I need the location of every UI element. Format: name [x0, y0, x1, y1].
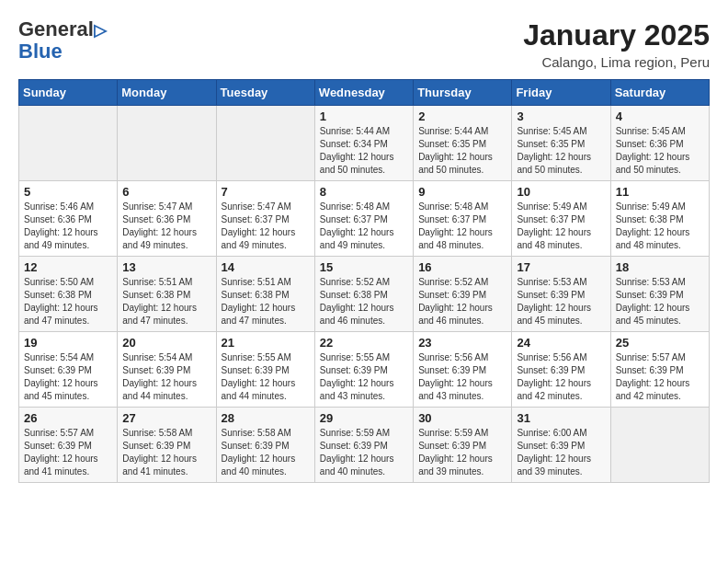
- day-number: 2: [418, 109, 506, 123]
- day-info: Sunrise: 5:57 AM Sunset: 6:39 PM Dayligh…: [24, 427, 112, 478]
- calendar-cell: 26Sunrise: 5:57 AM Sunset: 6:39 PM Dayli…: [19, 408, 118, 483]
- day-info: Sunrise: 5:52 AM Sunset: 6:38 PM Dayligh…: [320, 276, 408, 327]
- day-number: 1: [320, 109, 408, 123]
- calendar-cell: 6Sunrise: 5:47 AM Sunset: 6:36 PM Daylig…: [118, 181, 216, 257]
- day-number: 6: [122, 185, 210, 199]
- logo-blue: Blue: [18, 40, 63, 63]
- page-header: General▷ Blue January 2025 Calango, Lima…: [18, 18, 710, 70]
- calendar-title: January 2025: [523, 18, 710, 52]
- day-number: 30: [418, 411, 506, 425]
- calendar-table: SundayMondayTuesdayWednesdayThursdayFrid…: [18, 79, 710, 483]
- calendar-week-3: 12Sunrise: 5:50 AM Sunset: 6:38 PM Dayli…: [19, 257, 710, 332]
- calendar-cell: [118, 106, 216, 181]
- day-number: 12: [24, 260, 112, 274]
- calendar-cell: 3Sunrise: 5:45 AM Sunset: 6:35 PM Daylig…: [512, 106, 610, 181]
- day-number: 17: [517, 260, 605, 274]
- calendar-week-4: 19Sunrise: 5:54 AM Sunset: 6:39 PM Dayli…: [19, 332, 710, 408]
- calendar-cell: [610, 408, 709, 483]
- day-info: Sunrise: 5:44 AM Sunset: 6:35 PM Dayligh…: [418, 125, 506, 177]
- calendar-week-5: 26Sunrise: 5:57 AM Sunset: 6:39 PM Dayli…: [19, 408, 710, 483]
- day-info: Sunrise: 5:56 AM Sunset: 6:39 PM Dayligh…: [418, 351, 506, 403]
- day-number: 3: [517, 109, 605, 123]
- calendar-cell: 1Sunrise: 5:44 AM Sunset: 6:34 PM Daylig…: [314, 106, 413, 181]
- day-number: 26: [24, 411, 112, 425]
- day-number: 19: [24, 336, 112, 350]
- day-number: 4: [616, 109, 704, 123]
- calendar-cell: 2Sunrise: 5:44 AM Sunset: 6:35 PM Daylig…: [414, 106, 512, 181]
- weekday-header-sunday: Sunday: [19, 80, 118, 106]
- calendar-cell: 28Sunrise: 5:58 AM Sunset: 6:39 PM Dayli…: [216, 408, 314, 483]
- calendar-cell: 24Sunrise: 5:56 AM Sunset: 6:39 PM Dayli…: [512, 332, 610, 408]
- calendar-cell: 27Sunrise: 5:58 AM Sunset: 6:39 PM Dayli…: [118, 408, 216, 483]
- day-number: 31: [517, 411, 605, 425]
- weekday-header-wednesday: Wednesday: [314, 80, 413, 106]
- day-number: 28: [222, 411, 310, 425]
- calendar-cell: 11Sunrise: 5:49 AM Sunset: 6:38 PM Dayli…: [610, 181, 709, 257]
- weekday-header-monday: Monday: [118, 80, 216, 106]
- day-info: Sunrise: 5:50 AM Sunset: 6:38 PM Dayligh…: [24, 276, 112, 327]
- logo: General▷ Blue: [18, 18, 107, 63]
- calendar-cell: 4Sunrise: 5:45 AM Sunset: 6:36 PM Daylig…: [610, 106, 709, 181]
- logo-general: General: [18, 17, 94, 40]
- day-number: 20: [122, 336, 210, 350]
- day-info: Sunrise: 5:48 AM Sunset: 6:37 PM Dayligh…: [320, 201, 408, 252]
- day-number: 11: [616, 185, 704, 199]
- weekday-header-row: SundayMondayTuesdayWednesdayThursdayFrid…: [19, 80, 710, 106]
- day-info: Sunrise: 5:53 AM Sunset: 6:39 PM Dayligh…: [616, 276, 704, 327]
- calendar-cell: 20Sunrise: 5:54 AM Sunset: 6:39 PM Dayli…: [118, 332, 216, 408]
- calendar-cell: 5Sunrise: 5:46 AM Sunset: 6:36 PM Daylig…: [19, 181, 118, 257]
- calendar-cell: 19Sunrise: 5:54 AM Sunset: 6:39 PM Dayli…: [19, 332, 118, 408]
- weekday-header-friday: Friday: [512, 80, 610, 106]
- day-number: 25: [616, 336, 704, 350]
- calendar-cell: 16Sunrise: 5:52 AM Sunset: 6:39 PM Dayli…: [414, 257, 512, 332]
- day-number: 21: [222, 336, 310, 350]
- calendar-cell: 22Sunrise: 5:55 AM Sunset: 6:39 PM Dayli…: [314, 332, 413, 408]
- day-info: Sunrise: 5:54 AM Sunset: 6:39 PM Dayligh…: [122, 351, 210, 403]
- day-info: Sunrise: 5:44 AM Sunset: 6:34 PM Dayligh…: [320, 125, 408, 177]
- day-info: Sunrise: 5:49 AM Sunset: 6:38 PM Dayligh…: [616, 201, 704, 252]
- calendar-week-2: 5Sunrise: 5:46 AM Sunset: 6:36 PM Daylig…: [19, 181, 710, 257]
- calendar-week-1: 1Sunrise: 5:44 AM Sunset: 6:34 PM Daylig…: [19, 106, 710, 181]
- calendar-cell: 8Sunrise: 5:48 AM Sunset: 6:37 PM Daylig…: [314, 181, 413, 257]
- day-info: Sunrise: 5:59 AM Sunset: 6:39 PM Dayligh…: [320, 427, 408, 478]
- day-info: Sunrise: 5:57 AM Sunset: 6:39 PM Dayligh…: [616, 351, 704, 403]
- calendar-cell: 30Sunrise: 5:59 AM Sunset: 6:39 PM Dayli…: [414, 408, 512, 483]
- weekday-header-tuesday: Tuesday: [216, 80, 314, 106]
- day-number: 18: [616, 260, 704, 274]
- day-info: Sunrise: 5:46 AM Sunset: 6:36 PM Dayligh…: [24, 201, 112, 252]
- calendar-cell: 13Sunrise: 5:51 AM Sunset: 6:38 PM Dayli…: [118, 257, 216, 332]
- calendar-cell: 29Sunrise: 5:59 AM Sunset: 6:39 PM Dayli…: [314, 408, 413, 483]
- day-info: Sunrise: 5:55 AM Sunset: 6:39 PM Dayligh…: [222, 351, 310, 403]
- calendar-cell: 14Sunrise: 5:51 AM Sunset: 6:38 PM Dayli…: [216, 257, 314, 332]
- calendar-cell: 31Sunrise: 6:00 AM Sunset: 6:39 PM Dayli…: [512, 408, 610, 483]
- logo-icon-bird: ▷: [94, 21, 107, 40]
- day-number: 24: [517, 336, 605, 350]
- day-info: Sunrise: 5:47 AM Sunset: 6:37 PM Dayligh…: [222, 201, 310, 252]
- day-number: 8: [320, 185, 408, 199]
- day-number: 10: [517, 185, 605, 199]
- day-number: 14: [222, 260, 310, 274]
- calendar-cell: [19, 106, 118, 181]
- day-info: Sunrise: 5:47 AM Sunset: 6:36 PM Dayligh…: [122, 201, 210, 252]
- day-info: Sunrise: 5:48 AM Sunset: 6:37 PM Dayligh…: [418, 201, 506, 252]
- day-info: Sunrise: 5:49 AM Sunset: 6:37 PM Dayligh…: [517, 201, 605, 252]
- day-info: Sunrise: 5:54 AM Sunset: 6:39 PM Dayligh…: [24, 351, 112, 403]
- calendar-cell: 15Sunrise: 5:52 AM Sunset: 6:38 PM Dayli…: [314, 257, 413, 332]
- day-number: 9: [418, 185, 506, 199]
- calendar-cell: [216, 106, 314, 181]
- day-number: 23: [418, 336, 506, 350]
- calendar-cell: 7Sunrise: 5:47 AM Sunset: 6:37 PM Daylig…: [216, 181, 314, 257]
- day-number: 29: [320, 411, 408, 425]
- day-info: Sunrise: 5:58 AM Sunset: 6:39 PM Dayligh…: [122, 427, 210, 478]
- calendar-cell: 10Sunrise: 5:49 AM Sunset: 6:37 PM Dayli…: [512, 181, 610, 257]
- calendar-subtitle: Calango, Lima region, Peru: [523, 54, 710, 70]
- weekday-header-thursday: Thursday: [414, 80, 512, 106]
- day-info: Sunrise: 6:00 AM Sunset: 6:39 PM Dayligh…: [517, 427, 605, 478]
- calendar-cell: 17Sunrise: 5:53 AM Sunset: 6:39 PM Dayli…: [512, 257, 610, 332]
- day-info: Sunrise: 5:45 AM Sunset: 6:35 PM Dayligh…: [517, 125, 605, 177]
- day-info: Sunrise: 5:59 AM Sunset: 6:39 PM Dayligh…: [418, 427, 506, 478]
- day-info: Sunrise: 5:56 AM Sunset: 6:39 PM Dayligh…: [517, 351, 605, 403]
- day-info: Sunrise: 5:52 AM Sunset: 6:39 PM Dayligh…: [418, 276, 506, 327]
- day-number: 22: [320, 336, 408, 350]
- day-number: 27: [122, 411, 210, 425]
